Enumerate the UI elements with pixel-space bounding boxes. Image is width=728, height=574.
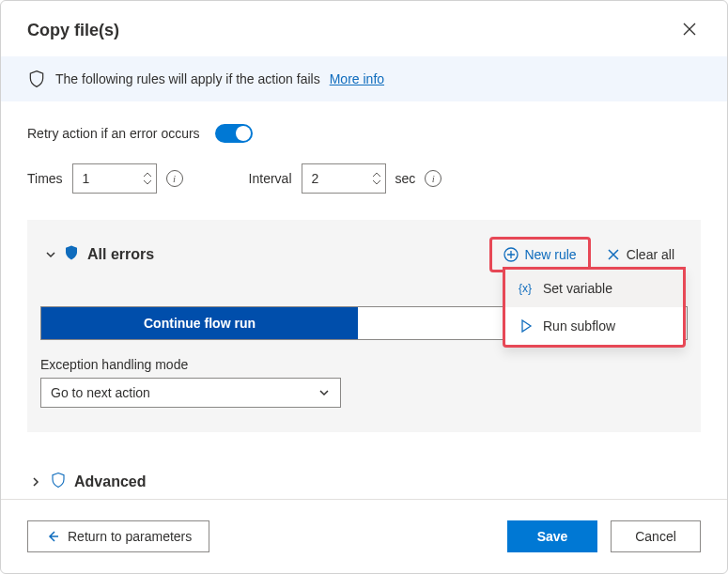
- all-errors-label: All errors: [87, 246, 154, 263]
- retry-toggle[interactable]: [215, 124, 253, 143]
- return-label: Return to parameters: [68, 529, 192, 544]
- chevron-down-icon: [143, 178, 152, 186]
- save-button[interactable]: Save: [507, 520, 597, 552]
- retry-label: Retry action if an error occurs: [27, 126, 200, 141]
- shield-icon: [50, 472, 67, 492]
- clear-all-label: Clear all: [627, 247, 674, 262]
- menu-item-label: Set variable: [543, 281, 612, 296]
- menu-item-run-subflow[interactable]: Run subflow: [505, 307, 683, 345]
- chevron-down-icon[interactable]: [44, 248, 57, 261]
- return-button[interactable]: Return to parameters: [27, 520, 209, 552]
- dialog-title: Copy file(s): [27, 21, 119, 40]
- times-label: Times: [27, 171, 63, 186]
- chevron-up-icon: [143, 171, 152, 178]
- close-icon: [606, 247, 621, 262]
- menu-item-label: Run subflow: [543, 318, 615, 334]
- new-rule-menu: {x} Set variable Run subflow: [503, 267, 686, 348]
- interval-unit: sec: [395, 171, 416, 186]
- shield-icon: [27, 70, 46, 88]
- svg-text:{x}: {x}: [519, 282, 532, 295]
- menu-item-set-variable[interactable]: {x} Set variable: [505, 270, 683, 307]
- close-icon: [682, 22, 697, 37]
- advanced-label: Advanced: [74, 473, 146, 490]
- interval-label: Interval: [249, 171, 292, 186]
- info-icon[interactable]: i: [425, 170, 441, 187]
- chevron-down-icon: [372, 178, 381, 186]
- shield-icon: [63, 244, 80, 265]
- interval-input[interactable]: 2: [302, 163, 386, 194]
- exception-mode-label: Exception handling mode: [40, 357, 688, 372]
- info-icon[interactable]: i: [166, 170, 183, 187]
- advanced-section-toggle[interactable]: Advanced: [27, 466, 701, 498]
- interval-spinner[interactable]: [372, 171, 381, 186]
- times-input[interactable]: 1: [72, 163, 157, 194]
- continue-flow-label: Continue flow run: [144, 316, 256, 331]
- variable-icon: {x}: [519, 281, 534, 296]
- plus-circle-icon: [503, 247, 519, 262]
- cancel-button[interactable]: Cancel: [611, 520, 701, 552]
- clear-all-button[interactable]: Clear all: [596, 241, 684, 268]
- play-icon: [519, 318, 534, 334]
- chevron-down-icon: [318, 386, 331, 399]
- new-rule-label: New rule: [524, 247, 576, 262]
- chevron-up-icon: [372, 171, 381, 178]
- exception-mode-select[interactable]: Go to next action: [40, 378, 341, 408]
- times-value: 1: [83, 171, 143, 186]
- info-banner: The following rules will apply if the ac…: [1, 56, 727, 101]
- interval-value: 2: [312, 171, 372, 186]
- chevron-right-icon: [29, 475, 42, 489]
- times-spinner[interactable]: [143, 171, 152, 186]
- more-info-link[interactable]: More info: [330, 71, 384, 86]
- arrow-left-icon: [45, 529, 60, 544]
- continue-flow-option[interactable]: Continue flow run: [41, 307, 358, 339]
- close-button[interactable]: [678, 18, 701, 43]
- exception-mode-value: Go to next action: [51, 385, 150, 400]
- info-text: The following rules will apply if the ac…: [55, 71, 320, 86]
- new-rule-button[interactable]: New rule: [494, 241, 585, 268]
